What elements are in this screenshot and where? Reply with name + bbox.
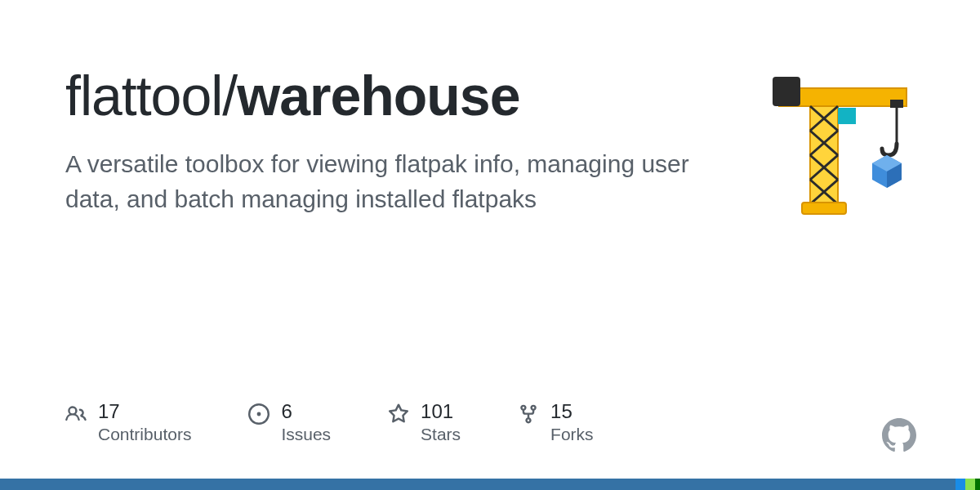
svg-rect-3 [810,106,838,204]
stat-contributors: 17 Contributors [65,400,191,444]
contributors-count: 17 [98,400,191,423]
repo-owner: flattool [65,65,222,127]
people-icon [65,403,87,425]
stat-forks: 15 Forks [518,400,594,444]
repo-description: A versatile toolbox for viewing flatpak … [65,146,702,217]
issue-icon [248,403,270,425]
forks-label: Forks [550,425,594,444]
fork-icon [518,403,539,425]
stats-row: 17 Contributors 6 Issues 101 Stars 15 Fo… [65,400,594,444]
svg-rect-19 [890,100,903,108]
language-bar [0,479,980,490]
stat-issues: 6 Issues [248,400,331,444]
star-icon [388,403,409,425]
language-segment [965,479,975,490]
svg-rect-14 [802,203,846,214]
stars-label: Stars [421,425,461,444]
language-segment [956,479,965,490]
svg-rect-13 [838,108,856,124]
stat-stars: 101 Stars [388,400,461,444]
issues-label: Issues [281,425,331,444]
repo-title: flattool/warehouse [65,65,702,127]
repo-name: warehouse [237,65,519,127]
stars-count: 101 [421,400,461,423]
repo-avatar [768,72,915,219]
language-segment [975,479,980,490]
svg-rect-2 [773,77,800,106]
github-icon [882,418,916,452]
language-segment [0,479,956,490]
issues-count: 6 [281,400,331,423]
forks-count: 15 [550,400,594,423]
repo-separator: / [222,65,237,127]
contributors-label: Contributors [98,425,191,444]
